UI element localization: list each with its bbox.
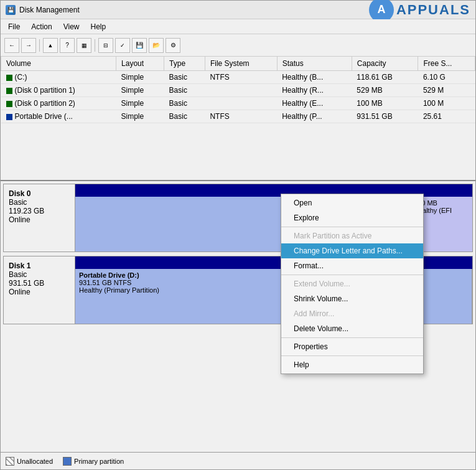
legend-primary-label: Primary partition xyxy=(74,458,124,465)
ctx-separator xyxy=(281,275,423,275)
folder-button[interactable]: 📂 xyxy=(149,38,164,53)
cell-capacity: 100 MB xyxy=(352,97,418,110)
cell-free: 529 M xyxy=(418,84,475,97)
legend-unallocated-box xyxy=(6,457,14,466)
col-status: Status xyxy=(277,57,352,71)
vol-icon xyxy=(6,114,12,120)
cell-type: Basic xyxy=(164,97,205,110)
volume-table-section: Volume Layout Type File System Status Ca… xyxy=(1,57,475,181)
up-button[interactable]: ▲ xyxy=(43,38,58,53)
ctx-menu-item[interactable]: Change Drive Letter and Paths... xyxy=(281,243,423,258)
disk0-type: Basic xyxy=(9,198,70,207)
ctx-menu-item[interactable]: Open xyxy=(281,195,423,210)
menu-help[interactable]: Help xyxy=(86,21,111,32)
table-row[interactable]: Portable Drive (... Simple Basic NTFS He… xyxy=(1,110,475,123)
menu-file[interactable]: File xyxy=(3,21,25,32)
disk0-label: Disk 0 Basic 119.23 GB Online xyxy=(4,184,75,251)
vol-icon xyxy=(6,101,12,107)
context-menu: OpenExploreMark Partition as ActiveChang… xyxy=(281,194,424,374)
table-row[interactable]: (Disk 0 partition 2) Simple Basic Health… xyxy=(1,97,475,110)
cell-status: Healthy (B... xyxy=(277,71,352,84)
title-bar: 💾 Disk Management A APPUALS xyxy=(1,1,475,19)
help-button[interactable]: ? xyxy=(60,38,75,53)
cell-status: Healthy (E... xyxy=(277,97,352,110)
col-free: Free S... xyxy=(418,57,475,71)
table-row[interactable]: (C:) Simple Basic NTFS Healthy (B... 118… xyxy=(1,71,475,84)
cell-layout: Simple xyxy=(116,97,164,110)
cell-volume: (Disk 0 partition 2) xyxy=(1,97,116,110)
disk0-name: Disk 0 xyxy=(9,189,70,198)
cell-volume: (C:) xyxy=(1,71,116,84)
toolbar: ← → ▲ ? ▦ ⊟ ✓ 💾 📂 ⚙ xyxy=(1,34,475,57)
ctx-menu-item[interactable]: Explore xyxy=(281,210,423,225)
cell-capacity: 529 MB xyxy=(352,84,418,97)
disk1-name: Disk 1 xyxy=(9,261,70,270)
legend: Unallocated Primary partition xyxy=(1,452,475,469)
view1-button[interactable]: ▦ xyxy=(77,38,91,53)
menu-action[interactable]: Action xyxy=(26,21,57,32)
cell-volume: Portable Drive (... xyxy=(1,110,116,123)
ctx-menu-item[interactable]: Format... xyxy=(281,258,423,273)
ctx-menu-item: Mark Partition as Active xyxy=(281,228,423,243)
tool1-button[interactable]: ⊟ xyxy=(98,38,113,53)
save-button[interactable]: 💾 xyxy=(132,38,147,53)
cell-free: 100 M xyxy=(418,97,475,110)
disk1-type: Basic xyxy=(9,270,70,279)
menu-view[interactable]: View xyxy=(58,21,85,32)
col-capacity: Capacity xyxy=(352,57,418,71)
back-button[interactable]: ← xyxy=(4,38,19,53)
cell-free: 6.10 G xyxy=(418,71,475,84)
cell-fs xyxy=(205,84,277,97)
cell-fs: NTFS xyxy=(205,71,277,84)
settings-button[interactable]: ⚙ xyxy=(166,38,180,53)
ctx-menu-item: Extend Volume... xyxy=(281,276,423,291)
col-layout: Layout xyxy=(116,57,164,71)
ctx-separator xyxy=(281,337,423,338)
cell-type: Basic xyxy=(164,71,205,84)
ctx-menu-item[interactable]: Shrink Volume... xyxy=(281,291,423,306)
disk0-main-partition[interactable] xyxy=(75,197,304,251)
disk1-status: Online xyxy=(9,288,70,296)
col-filesystem: File System xyxy=(205,57,277,71)
col-volume: Volume xyxy=(1,57,116,71)
legend-primary: Primary partition xyxy=(63,457,124,466)
menu-bar: File Action View Help xyxy=(1,19,475,34)
toolbar-separator-2 xyxy=(95,39,95,52)
cell-capacity: 931.51 GB xyxy=(352,110,418,123)
ctx-menu-item: Add Mirror... xyxy=(281,306,423,321)
app-icon: 💾 xyxy=(6,5,16,15)
cell-type: Basic xyxy=(164,84,205,97)
main-content: Volume Layout Type File System Status Ca… xyxy=(1,57,475,469)
ctx-menu-item[interactable]: Delete Volume... xyxy=(281,321,423,336)
check-button[interactable]: ✓ xyxy=(115,38,130,53)
cell-type: Basic xyxy=(164,110,205,123)
disk0-size: 119.23 GB xyxy=(9,207,70,215)
disk1-label: Disk 1 Basic 931.51 GB Online xyxy=(4,256,75,324)
window-title: Disk Management xyxy=(19,6,80,14)
cell-capacity: 118.61 GB xyxy=(352,71,418,84)
cell-status: Healthy (P... xyxy=(277,110,352,123)
ctx-menu-item[interactable]: Help xyxy=(281,357,423,372)
main-window: 💾 Disk Management A APPUALS File Action … xyxy=(0,0,476,470)
cell-layout: Simple xyxy=(116,110,164,123)
volume-table: Volume Layout Type File System Status Ca… xyxy=(1,57,475,123)
cell-layout: Simple xyxy=(116,71,164,84)
col-type: Type xyxy=(164,57,205,71)
table-row[interactable]: (Disk 0 partition 1) Simple Basic Health… xyxy=(1,84,475,97)
appuals-brand: APPUALS xyxy=(396,2,470,18)
disk0-status: Online xyxy=(9,215,70,224)
forward-button[interactable]: → xyxy=(21,38,36,53)
ctx-separator xyxy=(281,227,423,227)
cell-fs: NTFS xyxy=(205,110,277,123)
vol-icon xyxy=(6,75,12,81)
toolbar-separator-1 xyxy=(39,39,40,52)
cell-volume: (Disk 0 partition 1) xyxy=(1,84,116,97)
ctx-menu-item[interactable]: Properties xyxy=(281,339,423,354)
cell-status: Healthy (R... xyxy=(277,84,352,97)
disk1-size: 931.51 GB xyxy=(9,279,70,288)
vol-icon xyxy=(6,88,12,94)
legend-unallocated-label: Unallocated xyxy=(17,458,53,465)
cell-layout: Simple xyxy=(116,84,164,97)
cell-fs xyxy=(205,97,277,110)
legend-primary-box xyxy=(63,457,72,466)
